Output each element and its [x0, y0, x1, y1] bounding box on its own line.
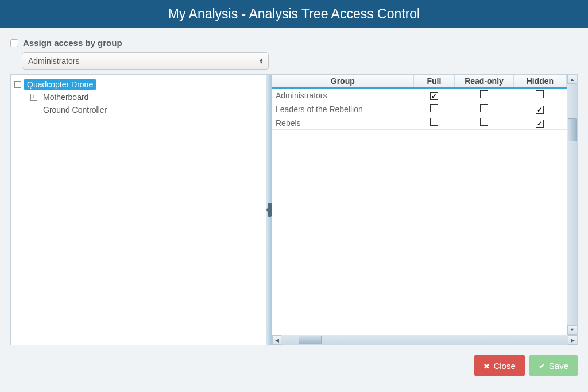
table-header-row: Group Full Read-only Hidden	[272, 75, 567, 88]
splitter-grip-icon	[268, 203, 272, 217]
permissions-panel: Group Full Read-only Hidden Administrato…	[272, 75, 577, 345]
scroll-left-icon[interactable]: ◀	[272, 335, 281, 345]
tree-node-label[interactable]: Motherboard	[40, 92, 92, 102]
cell-hidden	[513, 116, 566, 130]
assign-access-checkbox[interactable]	[10, 39, 18, 47]
table-row[interactable]: Administrators	[272, 88, 567, 102]
split-panels: − Quadcopter Drone + Motherboard Ground …	[10, 74, 578, 345]
scroll-thumb[interactable]	[299, 336, 322, 344]
close-button-label: Close	[493, 361, 515, 371]
cell-group: Administrators	[272, 88, 413, 102]
dialog-header: My Analysis - Analysis Tree Access Contr…	[0, 0, 588, 28]
vertical-scrollbar[interactable]: ▲ ▼	[567, 75, 577, 335]
scroll-down-icon[interactable]: ▼	[567, 325, 577, 335]
scroll-right-icon[interactable]: ▶	[568, 335, 577, 345]
col-readonly[interactable]: Read-only	[455, 75, 514, 88]
table-row[interactable]: Rebels	[272, 116, 567, 130]
readonly-checkbox[interactable]	[480, 104, 488, 112]
select-stepper-icon: ▲▼	[259, 58, 264, 64]
scroll-thumb[interactable]	[568, 118, 577, 141]
cell-group: Rebels	[272, 116, 413, 130]
col-group[interactable]: Group	[272, 75, 413, 88]
cell-full	[413, 88, 455, 102]
analysis-tree-panel: − Quadcopter Drone + Motherboard Ground …	[11, 75, 266, 345]
table-row[interactable]: Leaders of the Rebellion	[272, 102, 567, 116]
tree-node-child[interactable]: + Motherboard	[14, 91, 262, 103]
horizontal-scrollbar[interactable]: ◀ ▶	[272, 335, 577, 345]
tree-collapse-icon[interactable]: −	[14, 81, 21, 88]
hidden-checkbox[interactable]	[536, 90, 544, 98]
dialog-title: My Analysis - Analysis Tree Access Contr…	[168, 6, 420, 22]
tree-node-label[interactable]: Quadcopter Drone	[24, 79, 96, 90]
tree-node-child[interactable]: Ground Controller	[14, 103, 262, 116]
readonly-checkbox[interactable]	[480, 118, 488, 126]
close-icon	[483, 361, 490, 371]
panel-splitter[interactable]	[266, 75, 272, 345]
group-select-value: Administrators	[28, 56, 79, 66]
full-checkbox[interactable]	[430, 92, 438, 100]
save-button[interactable]: Save	[529, 355, 578, 376]
readonly-checkbox[interactable]	[480, 90, 488, 98]
dialog-content: Assign access by group Administrators ▲▼…	[0, 28, 588, 345]
cell-full	[413, 116, 455, 130]
dialog-footer: Close Save	[0, 345, 588, 386]
assign-access-row: Assign access by group	[10, 38, 578, 48]
scroll-track[interactable]	[281, 335, 568, 345]
col-full[interactable]: Full	[413, 75, 455, 88]
hidden-checkbox[interactable]	[536, 106, 544, 114]
cell-readonly	[455, 102, 514, 116]
permissions-table: Group Full Read-only Hidden Administrato…	[272, 75, 567, 130]
save-button-label: Save	[549, 361, 568, 371]
hidden-checkbox[interactable]	[536, 120, 544, 128]
full-checkbox[interactable]	[430, 118, 438, 126]
cell-group: Leaders of the Rebellion	[272, 102, 413, 116]
full-checkbox[interactable]	[430, 104, 438, 112]
scroll-up-icon[interactable]: ▲	[567, 75, 577, 84]
col-hidden[interactable]: Hidden	[513, 75, 566, 88]
close-button[interactable]: Close	[474, 355, 524, 376]
cell-hidden	[513, 102, 566, 116]
cell-readonly	[455, 88, 514, 102]
check-icon	[539, 361, 546, 371]
tree-node-label[interactable]: Ground Controller	[40, 105, 110, 115]
scroll-track[interactable]	[567, 84, 577, 325]
tree-expand-icon[interactable]: +	[30, 94, 37, 101]
group-select[interactable]: Administrators ▲▼	[22, 52, 269, 70]
cell-hidden	[513, 88, 566, 102]
cell-full	[413, 102, 455, 116]
tree-node-root[interactable]: − Quadcopter Drone	[14, 78, 262, 91]
cell-readonly	[455, 116, 514, 130]
assign-access-label: Assign access by group	[23, 38, 122, 48]
